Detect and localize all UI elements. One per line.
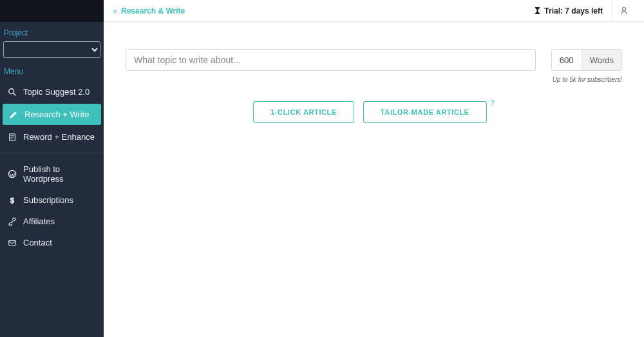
sidebar: Project Menu Topic Suggest 2.0 Research … [0, 0, 104, 337]
one-click-article-button[interactable]: 1-CLICK ARTICLE [253, 101, 354, 123]
menu-label: Affiliates [23, 217, 55, 226]
words-label: Words [582, 50, 621, 70]
mail-icon [8, 238, 17, 247]
main: » Research & Write Trial: 7 days left Wo… [104, 0, 644, 337]
menu-item-publish-wordpress[interactable]: Publish to Wordpress [0, 159, 104, 189]
topic-input[interactable] [126, 49, 536, 71]
menu-item-affiliates[interactable]: Affiliates [0, 211, 104, 232]
svg-point-0 [9, 88, 14, 93]
svg-line-1 [14, 93, 16, 95]
menu-item-contact[interactable]: Contact [0, 232, 104, 253]
hourglass-icon [534, 6, 541, 15]
menu-label: Publish to Wordpress [23, 164, 96, 184]
menu-section-label: Menu [0, 61, 104, 80]
words-input[interactable] [552, 50, 582, 70]
menu-item-subscriptions[interactable]: $ Subscriptions [0, 189, 104, 211]
svg-point-9 [622, 7, 625, 10]
document-icon [8, 133, 17, 142]
pencil-icon [9, 110, 18, 119]
sidebar-menu: Topic Suggest 2.0 Research + Write Rewor… [0, 81, 104, 253]
svg-text:$: $ [10, 196, 14, 204]
breadcrumb: » Research & Write [113, 6, 185, 15]
app-logo [0, 0, 104, 22]
subscriber-note: Up to 5k for subscribers! [553, 76, 622, 83]
chevron-right-icon: » [113, 6, 117, 15]
content: Words Up to 5k for subscribers! 1-CLICK … [104, 22, 644, 123]
menu-label: Research + Write [24, 110, 90, 119]
svg-rect-8 [9, 240, 16, 245]
input-row: Words Up to 5k for subscribers! [126, 49, 622, 83]
project-section-label: Project [0, 22, 104, 41]
search-icon [8, 88, 17, 97]
user-icon [620, 6, 629, 15]
tailor-made-article-button[interactable]: TAILOR-MADE ARTICLE [363, 101, 487, 123]
button-row: 1-CLICK ARTICLE TAILOR-MADE ARTICLE ? [126, 101, 622, 123]
link-icon [8, 217, 17, 226]
menu-label: Contact [23, 238, 52, 247]
project-select[interactable] [3, 41, 100, 58]
user-menu-button[interactable] [612, 0, 635, 22]
trial-text: Trial: 7 days left [544, 6, 603, 15]
wordpress-icon [8, 169, 17, 178]
topbar: » Research & Write Trial: 7 days left [104, 0, 644, 22]
words-group: Words [551, 49, 622, 71]
menu-label: Reword + Enhance [23, 132, 95, 142]
menu-divider [0, 153, 104, 153]
dollar-icon: $ [8, 196, 17, 205]
menu-item-topic-suggest[interactable]: Topic Suggest 2.0 [0, 81, 104, 102]
menu-item-reword-enhance[interactable]: Reword + Enhance [0, 126, 104, 148]
help-icon[interactable]: ? [491, 99, 495, 106]
menu-label: Topic Suggest 2.0 [23, 87, 90, 97]
breadcrumb-label: Research & Write [121, 6, 185, 15]
menu-label: Subscriptions [23, 195, 73, 205]
menu-item-research-write[interactable]: Research + Write [3, 104, 101, 125]
trial-status: Trial: 7 days left [534, 6, 612, 15]
